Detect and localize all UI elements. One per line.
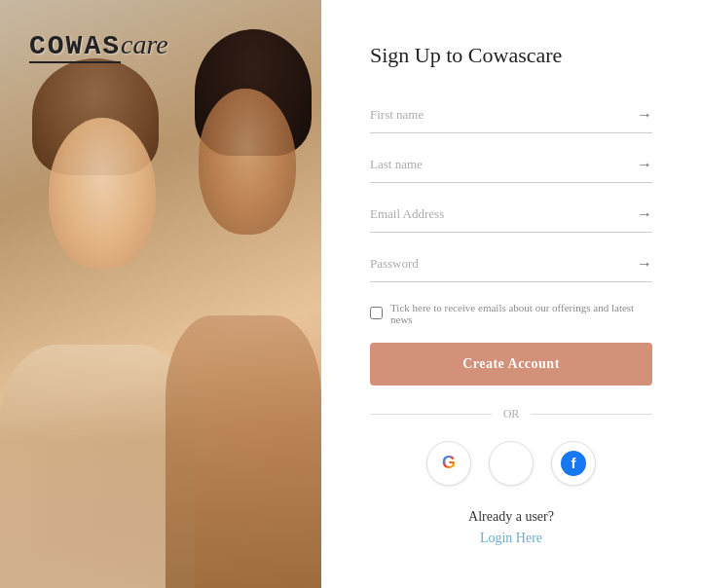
divider-line-left [370,414,492,415]
already-user-text: Already a user? [370,509,652,525]
social-row: G f [370,441,652,486]
google-icon: G [442,453,456,473]
facebook-signin-button[interactable]: f [551,441,596,486]
email-group: → [370,197,652,233]
left-panel: COWAScare [0,0,321,588]
first-name-input[interactable] [370,97,652,132]
password-input[interactable] [370,246,652,281]
page-title: Sign Up to Cowascare [370,43,652,68]
logo-cowas: COWAS [29,31,121,63]
logo: COWAScare [29,29,168,61]
newsletter-label: Tick here to receive emails about our of… [390,302,652,325]
right-panel: Sign Up to Cowascare → → → → Tick here t… [321,0,701,588]
newsletter-checkbox-row: Tick here to receive emails about our of… [370,302,652,325]
google-signin-button[interactable]: G [426,441,471,486]
email-input[interactable] [370,197,652,232]
logo-care: care [121,29,168,59]
or-divider: OR [370,407,652,422]
password-group: → [370,246,652,282]
first-name-group: → [370,97,652,133]
or-text: OR [503,407,520,422]
apple-signin-button[interactable] [489,441,534,486]
newsletter-checkbox[interactable] [370,307,383,319]
divider-line-right [531,414,652,415]
last-name-group: → [370,147,652,183]
background-image [0,0,321,588]
face-decoration-2 [199,89,296,235]
last-name-input[interactable] [370,147,652,182]
facebook-icon: f [561,451,586,476]
login-here-link[interactable]: Login Here [370,531,652,546]
logo-area: COWAScare [29,29,168,61]
body-decoration-2 [166,315,321,588]
create-account-button[interactable]: Create Account [370,343,652,386]
face-decoration-1 [49,118,156,269]
